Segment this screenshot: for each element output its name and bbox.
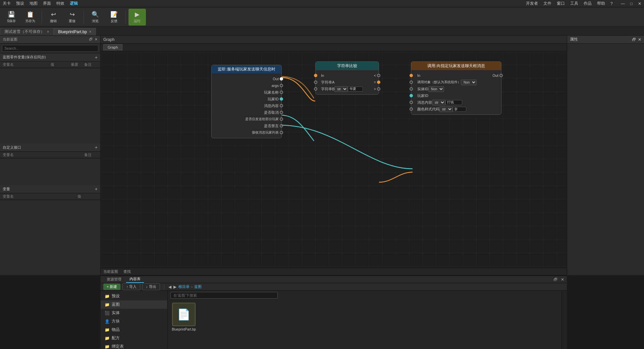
graph-canvas[interactable]: 监听:服务端玩家发送聊天信息时 Out args 玩家名称	[101, 51, 567, 275]
pin-comp-lt-dot	[377, 74, 380, 77]
caller-colorcode-type-dropdown[interactable]: str	[439, 106, 453, 112]
left-panel-close-btn[interactable]: ✕	[95, 37, 98, 42]
caller-colorcode-value-input[interactable]	[453, 107, 466, 112]
menu-item-gongju[interactable]: 工具	[570, 1, 578, 6]
feedback-icon: 📝	[110, 11, 118, 18]
pin-listener-playerid-dot	[280, 97, 283, 101]
asset-blueprint-part[interactable]: 📄 BlueprintPart.bp	[170, 303, 197, 331]
menu-item-kaifazhe[interactable]: 开发者	[526, 1, 538, 6]
caller-callee-dropdown[interactable]: Non	[461, 80, 477, 85]
pin-caller-callee-dot	[410, 81, 413, 84]
save-button[interactable]: 💾 S保存	[3, 9, 20, 26]
menu-item-wenjian[interactable]: 文件	[543, 1, 551, 6]
sidebar-item-item[interactable]: 📁 物品	[101, 326, 167, 334]
sidebar-item-entity[interactable]: ⬛ 实体	[101, 309, 167, 317]
comp-strB-type-dropdown[interactable]: str	[334, 86, 348, 92]
run-button[interactable]: ▶ 运行	[128, 9, 146, 26]
menu-item-texiao[interactable]: 特效	[56, 1, 64, 6]
graph-title: Graph	[103, 37, 114, 42]
current-blueprint-btn[interactable]: 当前蓝图	[103, 269, 118, 274]
node-listener-title: 监听:服务端玩家发送聊天信息时	[212, 65, 281, 73]
menu-close-btn[interactable]: ✕	[638, 1, 641, 6]
right-panel-header: 属性 🗗 ✕	[567, 36, 644, 44]
pin-comp-eq-dot	[377, 81, 380, 84]
menu-item-jmian[interactable]: 界面	[43, 1, 51, 6]
menu-item-help-icon[interactable]: ?	[610, 1, 613, 6]
node-listener-body: Out args 玩家名称 玩家ID	[212, 73, 281, 138]
bottom-panel-close-btn[interactable]: ✕	[561, 277, 564, 282]
blueprint-vars-section[interactable]: 蓝图零件变量(保存后同步) +	[0, 53, 100, 61]
find-btn[interactable]: 查找	[123, 269, 131, 274]
pin-listener-cancel-dot	[280, 111, 283, 114]
graph-tab[interactable]: Graph	[103, 44, 122, 50]
export-btn[interactable]: ↓ 导出	[142, 283, 160, 290]
pin-caller-playerid-dot	[410, 94, 413, 97]
sidebar-item-blueprint-label: 蓝图	[112, 302, 120, 307]
menu-item-luoji[interactable]: 逻辑	[70, 1, 78, 6]
blueprint-vars-add-btn[interactable]: +	[95, 55, 98, 60]
sidebar-item-recipe[interactable]: 📁 配方	[101, 334, 167, 342]
browse-button[interactable]: 🔍 浏览	[87, 9, 104, 26]
import-btn[interactable]: ↑ 导入	[122, 283, 140, 290]
custom-col-varname: 变量名	[3, 152, 84, 157]
new-btn[interactable]: + 新建	[103, 284, 120, 290]
right-panel-restore-btn[interactable]: 🗗	[632, 37, 636, 42]
sidebar-item-bindingtable[interactable]: 📁 绑定表	[101, 342, 167, 349]
undo-button[interactable]: ↩ 撤销	[45, 9, 62, 26]
feedback-button[interactable]: 📝 反馈	[105, 9, 123, 26]
menu-item-zuopin[interactable]: 作品	[584, 1, 592, 6]
custom-interface-add-btn[interactable]: +	[95, 145, 98, 150]
menu-item-yushe[interactable]: 预设	[16, 1, 24, 6]
menu-item-ditu[interactable]: 地图	[30, 1, 38, 6]
bottom-panel: 资源管理 内容库 🗗 ✕ + 新建 ↑ 导入 ↓ 导出 ◀ ▶ 根目录 > 蓝图…	[101, 275, 567, 349]
menu-maximize-btn[interactable]: □	[630, 1, 633, 6]
caller-msgcontent-type-dropdown[interactable]: str	[432, 100, 445, 105]
custom-interface-section[interactable]: 自定义接口 +	[0, 144, 100, 152]
variables-section[interactable]: 变量 +	[0, 185, 100, 193]
redo-button[interactable]: ↪ 重做	[63, 9, 81, 26]
save-as-button[interactable]: 📋 另存为	[21, 9, 39, 26]
tab-test-scene-close[interactable]: ✕	[47, 30, 49, 34]
tab-test-scene[interactable]: 测试迷雪（不可保存） ✕	[0, 28, 54, 35]
sidebar-item-preset[interactable]: 📁 预设	[101, 292, 167, 300]
asset-blueprint-part-thumb: 📄	[172, 303, 196, 326]
nav-prev-btn[interactable]: ◀	[168, 285, 171, 289]
pin-comp-in: In <	[316, 72, 379, 79]
search-input[interactable]	[2, 45, 98, 52]
bottom-search-input[interactable]	[170, 292, 278, 299]
sidebar-item-block[interactable]: 👤 方块	[101, 317, 167, 326]
tab-blueprint-part[interactable]: BlueprintPart.bp ✕	[54, 28, 96, 35]
main-layout: 当前蓝图 🗗 ✕ 蓝图零件变量(保存后同步) + 变量名 值 暴露 备注 自定义…	[0, 36, 644, 275]
menu-minimize-btn[interactable]: —	[621, 1, 625, 6]
tab-resource-manager[interactable]: 资源管理	[103, 276, 125, 283]
node-comparator-title: 字符串比较	[316, 62, 379, 70]
tab-blueprint-part-close[interactable]: ✕	[89, 30, 92, 34]
left-panel-restore-btn[interactable]: 🗗	[89, 37, 93, 42]
tab-content-library[interactable]: 内容库	[126, 276, 144, 283]
pin-listener-out-dot	[280, 77, 283, 81]
menu-item-bangzhu[interactable]: 帮助	[597, 1, 605, 6]
var-col-varname: 变量名	[3, 194, 77, 199]
bottom-toolbar: + 新建 ↑ 导入 ↓ 导出 ◀ ▶ 根目录 > 蓝图	[101, 283, 567, 291]
menu-item-guanka[interactable]: 关卡	[3, 1, 11, 6]
pin-listener-msgcontent: 消息内容	[212, 102, 281, 109]
bottom-sidebar: 📁 预设 📁 蓝图 ⬛ 实体 👤 方块 📁 物品 📁 配方	[101, 291, 168, 349]
bottom-content: 📁 预设 📁 蓝图 ⬛ 实体 👤 方块 📁 物品 📁 配方	[101, 291, 567, 349]
node-comparator: 字符串比较 In < 字符串A =	[315, 61, 379, 95]
nav-next-btn[interactable]: ▶	[173, 285, 176, 289]
comp-strB-value-input[interactable]	[348, 87, 363, 92]
sidebar-item-blueprint[interactable]: 📁 蓝图	[101, 300, 167, 309]
variables-add-btn[interactable]: +	[95, 186, 98, 192]
pin-listener-playerid: 玩家ID	[212, 96, 281, 102]
pin-caller-out-dot	[499, 74, 503, 77]
breadcrumb-root[interactable]: 根目录	[178, 284, 190, 289]
pin-caller-entityid: 实体ID Non	[411, 86, 501, 92]
menu-item-chuangkou[interactable]: 窗口	[557, 1, 565, 6]
caller-entityid-dropdown[interactable]: Non	[428, 86, 444, 92]
pin-listener-args: args	[212, 82, 281, 89]
bottom-panel-restore-btn[interactable]: 🗗	[553, 277, 557, 282]
scrollbar-area[interactable]	[561, 291, 567, 349]
right-panel-close-btn[interactable]: ✕	[638, 37, 641, 42]
breadcrumb-blueprint[interactable]: 蓝图	[194, 284, 202, 289]
caller-msgcontent-value-input[interactable]	[445, 100, 462, 105]
